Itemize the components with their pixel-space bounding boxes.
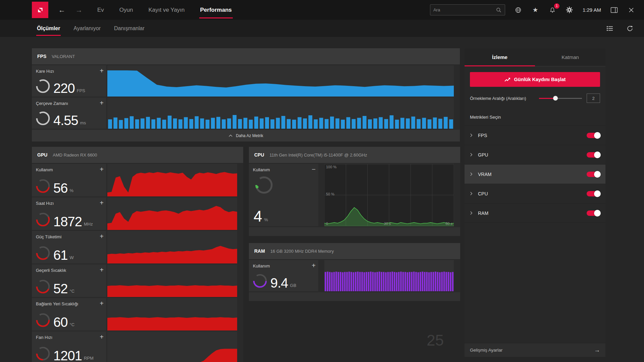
notifications-bell-icon[interactable]: 1 xyxy=(548,6,556,14)
toggle-label: CPU xyxy=(478,191,587,196)
gpu-temp-row: Geçerli Sıcaklık + 52 °C xyxy=(32,264,243,297)
nav-item-record-stream[interactable]: Kayıt ve Yayın xyxy=(148,7,184,13)
gpu-clock-gauge xyxy=(35,212,51,227)
metric-value: 60 xyxy=(53,316,68,328)
layout-window-icon[interactable] xyxy=(610,6,618,14)
start-logging-button[interactable]: Günlük Kaydını Başlat xyxy=(470,72,600,87)
add-metric-button[interactable]: + xyxy=(100,98,104,108)
gpu-panel-header: GPU AMD Radeon RX 6600 xyxy=(32,147,243,163)
sampling-interval-slider[interactable] xyxy=(539,98,582,99)
tab-monitoring[interactable]: İzleme xyxy=(465,48,535,66)
add-metric-button[interactable]: + xyxy=(100,66,104,75)
slider-knob[interactable] xyxy=(553,96,558,101)
ram-usage-gauge xyxy=(252,273,268,289)
cpu-collapsed-strip[interactable] xyxy=(249,227,460,236)
metric-value: 220 xyxy=(53,82,75,94)
main-content: FPS VALORANT Kare Hızı + 220 FPS Çerçeve… xyxy=(0,37,644,362)
sidebar-item-ram[interactable]: RAM xyxy=(465,203,605,223)
gpu-panel: GPU AMD Radeon RX 6600 Kullanım + 56 % S… xyxy=(32,147,243,362)
panel-title: RAM xyxy=(254,248,265,254)
refresh-icon[interactable] xyxy=(626,24,634,33)
fps-toggle[interactable] xyxy=(587,133,600,138)
search-box[interactable] xyxy=(430,4,505,15)
metric-unit: RPM xyxy=(84,356,94,361)
frametime-tile: Çerçeve Zamanı + 4.55 ms xyxy=(32,98,106,129)
gpu-toggle[interactable] xyxy=(587,152,600,158)
cpu-panel: CPU 11th Gen Intel(R) Core(TM) i5-11400F… xyxy=(249,147,460,236)
sampling-interval-value[interactable]: 2 xyxy=(587,94,600,103)
gpu-fan-tile: Fan Hızı + 1201 RPM xyxy=(32,331,106,362)
sidebar-item-vram[interactable]: VRAM xyxy=(465,165,605,184)
metric-unit: °C xyxy=(70,322,75,327)
panel-subtitle: AMD Radeon RX 6600 xyxy=(53,153,97,158)
tab-tuning[interactable]: Ayarlanıyor xyxy=(73,25,101,32)
remove-metric-button[interactable]: − xyxy=(312,165,316,174)
cpu-toggle[interactable] xyxy=(587,191,600,196)
gpu-junction-chart xyxy=(107,298,237,330)
sidebar-item-fps[interactable]: FPS xyxy=(465,126,605,145)
toggle-label: RAM xyxy=(478,210,587,216)
ram-toggle[interactable] xyxy=(587,210,600,216)
favorites-star-icon[interactable]: ★ xyxy=(531,6,539,14)
ram-collapsed-strip[interactable] xyxy=(249,292,460,301)
add-metric-button[interactable]: + xyxy=(100,198,104,207)
metric-value: 9.4 xyxy=(270,277,288,289)
settings-gear-icon[interactable] xyxy=(566,6,574,14)
frametime-row: Çerçeve Zamanı + 4.55 ms xyxy=(32,98,460,129)
toggle-label: VRAM xyxy=(478,172,587,177)
metric-unit: FPS xyxy=(77,88,85,93)
add-metric-button[interactable]: + xyxy=(100,165,104,174)
back-button[interactable]: ← xyxy=(58,6,65,14)
tab-metrics[interactable]: Ölçümler xyxy=(37,25,60,32)
metric-label: Kullanım xyxy=(253,263,270,268)
add-metric-button[interactable]: + xyxy=(100,265,104,275)
sidebar-item-cpu[interactable]: CPU xyxy=(465,184,605,203)
gpu-junction-gauge xyxy=(35,312,51,328)
cpu-usage-tile: Kullanım − 4 % xyxy=(249,164,318,226)
chevron-right-icon xyxy=(470,133,473,137)
metric-label: Kare Hızı xyxy=(36,69,54,74)
notification-badge: 1 xyxy=(554,3,559,9)
add-metric-button[interactable]: + xyxy=(100,299,104,308)
toggle-knob xyxy=(594,210,601,217)
tab-advisors[interactable]: Danışmanlar xyxy=(114,25,145,32)
globe-icon[interactable] xyxy=(514,6,522,14)
fps-panel: FPS VALORANT Kare Hızı + 220 FPS Çerçeve… xyxy=(32,48,460,142)
gpu-power-tile: Güç Tüketimi + 61 W xyxy=(32,231,106,263)
ram-panel-header: RAM 16 GB 3200 MHz DDR4 Memory xyxy=(249,243,460,259)
gpu-usage-gauge xyxy=(35,178,51,194)
ram-usage-row: Kullanım + 9.4 GB xyxy=(249,260,460,291)
metric-label: Kullanım xyxy=(36,167,53,172)
metric-label: Bağlantı Yeri Sıcaklığı xyxy=(36,301,78,306)
collapse-metrics-button[interactable]: Daha Az Metrik xyxy=(32,130,460,141)
gpu-usage-chart xyxy=(107,164,237,196)
monitoring-sidebar: İzleme Katman Günlük Kaydını Başlat Örne… xyxy=(465,48,605,357)
metric-value: 4.55 xyxy=(53,115,78,126)
toggle-knob xyxy=(594,171,601,178)
gpu-clock-chart xyxy=(107,197,237,230)
amd-logo[interactable] xyxy=(32,2,48,18)
framerate-area-chart xyxy=(107,65,454,97)
metric-unit: % xyxy=(264,217,268,222)
metric-value: 61 xyxy=(53,249,68,261)
version-watermark: 25 xyxy=(427,331,444,349)
tab-overlay[interactable]: Katman xyxy=(535,48,605,66)
add-metric-button[interactable]: + xyxy=(100,332,104,342)
add-metric-button[interactable]: + xyxy=(312,261,316,270)
add-metric-button[interactable]: + xyxy=(100,232,104,241)
sidebar-item-gpu[interactable]: GPU xyxy=(465,145,605,165)
ram-usage-tile: Kullanım + 9.4 GB xyxy=(249,260,318,291)
vram-toggle[interactable] xyxy=(587,172,600,177)
advanced-settings-button[interactable]: Gelişmiş Ayarlar → xyxy=(465,343,605,357)
list-view-icon[interactable] xyxy=(606,24,614,33)
close-icon[interactable] xyxy=(627,6,635,14)
forward-button[interactable]: → xyxy=(75,6,83,14)
metric-label: Geçerli Sıcaklık xyxy=(36,268,66,273)
gpu-junction-tile: Bağlantı Yeri Sıcaklığı + 60 °C xyxy=(32,298,106,330)
gpu-power-row: Güç Tüketimi + 61 W xyxy=(32,231,243,263)
nav-item-performance[interactable]: Performans xyxy=(200,7,232,13)
nav-item-home[interactable]: Ev xyxy=(97,7,104,13)
search-input[interactable] xyxy=(433,7,496,12)
nav-item-gaming[interactable]: Oyun xyxy=(119,7,133,13)
gpu-junction-row: Bağlantı Yeri Sıcaklığı + 60 °C xyxy=(32,298,243,330)
